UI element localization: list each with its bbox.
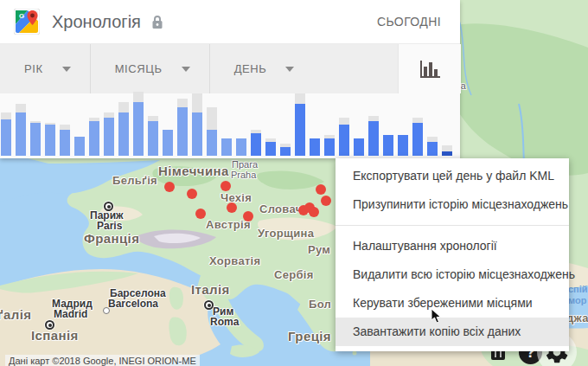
day-dropdown-label: ДЕНЬ — [234, 62, 267, 75]
histogram-bar[interactable] — [163, 130, 173, 156]
histogram-bar[interactable] — [251, 130, 261, 156]
map-attribution: Дані карт ©2018 Google, INEGI ORION-ME — [5, 355, 200, 366]
city-marker-icon — [204, 300, 214, 310]
menu-item[interactable]: Завантажити копію всіх даних — [336, 318, 569, 346]
location-marker[interactable] — [220, 181, 231, 191]
menu-divider — [336, 225, 569, 226]
svg-text:G: G — [19, 12, 24, 20]
histogram-bar-fill — [89, 121, 99, 156]
city-marker-icon — [103, 307, 110, 314]
histogram-bar[interactable] — [442, 145, 452, 156]
date-filter-bar: РІК МІСЯЦЬ ДЕНЬ — [0, 44, 398, 94]
histogram-bar-fill — [280, 147, 291, 156]
histogram-bar[interactable] — [16, 104, 26, 156]
activity-histogram — [0, 93, 460, 158]
histogram-bar[interactable] — [339, 118, 349, 156]
timeline-app: БельґіяНімеччинаПрагаPrahaЧехіяСловаччиП… — [0, 0, 588, 366]
histogram-bar-fill — [104, 118, 114, 156]
chevron-down-icon — [182, 67, 190, 72]
histogram-bar-fill — [236, 138, 246, 156]
histogram-bar[interactable] — [280, 144, 291, 156]
menu-item[interactable]: Керувати збереженими місцями — [336, 289, 569, 318]
chevron-down-icon — [285, 67, 294, 72]
app-header: G Хронологія СЬОГОДНІ — [0, 0, 460, 44]
histogram-bar-fill — [133, 102, 144, 156]
histogram-bar[interactable] — [118, 102, 129, 156]
histogram-bar[interactable] — [1, 112, 11, 156]
histogram-bar[interactable] — [265, 138, 276, 156]
chevron-down-icon — [62, 67, 71, 72]
histogram-bar[interactable] — [427, 137, 438, 156]
histogram-bar[interactable] — [133, 92, 144, 156]
histogram-bar[interactable] — [236, 138, 246, 156]
chart-toggle-button[interactable] — [398, 44, 461, 93]
city-marker-icon — [45, 320, 54, 330]
histogram-bar-fill — [310, 138, 320, 156]
year-dropdown[interactable]: РІК — [0, 44, 91, 93]
location-marker[interactable] — [321, 196, 331, 206]
histogram-bar-fill — [177, 107, 188, 156]
histogram-bar[interactable] — [177, 99, 188, 156]
histogram-bar[interactable] — [295, 93, 305, 156]
histogram-bar-fill — [442, 151, 452, 156]
histogram-bar[interactable] — [412, 118, 423, 156]
month-dropdown[interactable]: МІСЯЦЬ — [91, 44, 210, 93]
timeline-context-menu: Експортувати цей день у файл KMLПризупин… — [336, 158, 569, 351]
bar-chart-icon — [419, 59, 441, 80]
day-dropdown[interactable]: ДЕНЬ — [210, 44, 314, 93]
histogram-bar[interactable] — [74, 137, 85, 156]
location-marker[interactable] — [309, 207, 319, 217]
histogram-bar-fill — [1, 119, 11, 156]
location-marker[interactable] — [164, 182, 175, 192]
histogram-bar[interactable] — [148, 116, 158, 156]
histogram-bar[interactable] — [60, 125, 70, 156]
histogram-bar-fill — [16, 112, 26, 156]
menu-item[interactable]: Експортувати цей день у файл KML — [336, 162, 569, 190]
google-maps-logo[interactable]: G — [14, 9, 40, 35]
histogram-bar[interactable] — [30, 121, 41, 156]
histogram-bar-fill — [295, 104, 305, 156]
histogram-bar-fill — [354, 138, 364, 156]
histogram-bar[interactable] — [192, 93, 202, 156]
histogram-bar-fill — [148, 121, 158, 156]
histogram-bar[interactable] — [398, 135, 408, 156]
histogram-bar[interactable] — [354, 138, 364, 156]
histogram-bar-fill — [74, 137, 85, 156]
histogram-bar[interactable] — [89, 118, 99, 156]
city-marker-icon — [104, 202, 113, 211]
location-marker[interactable] — [316, 184, 326, 195]
histogram-bar[interactable] — [310, 138, 320, 156]
histogram-bar-fill — [324, 138, 335, 156]
menu-item[interactable]: Видалити всю історію місцезнаходжень — [336, 260, 569, 289]
year-dropdown-label: РІК — [24, 62, 43, 75]
histogram-bar[interactable] — [221, 138, 232, 156]
histogram-bar-fill — [368, 121, 379, 156]
histogram-bar[interactable] — [45, 123, 55, 156]
histogram-bar-fill — [427, 142, 438, 156]
histogram-bar[interactable] — [104, 112, 114, 156]
menu-item[interactable]: Налаштування хронології — [336, 232, 569, 260]
location-marker[interactable] — [195, 209, 206, 219]
page-title: Хронологія — [52, 12, 141, 32]
location-marker[interactable] — [243, 211, 253, 222]
location-marker[interactable] — [187, 189, 197, 199]
histogram-bar-fill — [192, 112, 202, 156]
histogram-bar-fill — [398, 135, 408, 156]
histogram-bar-fill — [339, 125, 349, 156]
timeline-panel: G Хронологія СЬОГОДНІ РІК МІ — [0, 0, 460, 158]
histogram-bar-fill — [163, 130, 173, 156]
histogram-bar[interactable] — [383, 135, 393, 156]
today-button[interactable]: СЬОГОДНІ — [377, 15, 441, 29]
histogram-bar-fill — [30, 123, 41, 156]
histogram-bar-fill — [207, 130, 217, 156]
location-marker[interactable] — [227, 202, 237, 213]
histogram-bar[interactable] — [368, 116, 379, 156]
menu-item[interactable]: Призупинити історію місцезнаходжень — [336, 190, 569, 219]
histogram-bar[interactable] — [324, 135, 335, 156]
histogram-bar-fill — [60, 130, 70, 156]
histogram-bar-fill — [118, 112, 129, 156]
histogram-bar-fill — [45, 125, 55, 156]
month-dropdown-label: МІСЯЦЬ — [115, 62, 163, 75]
histogram-bar[interactable] — [207, 107, 217, 156]
lock-icon — [151, 15, 163, 29]
